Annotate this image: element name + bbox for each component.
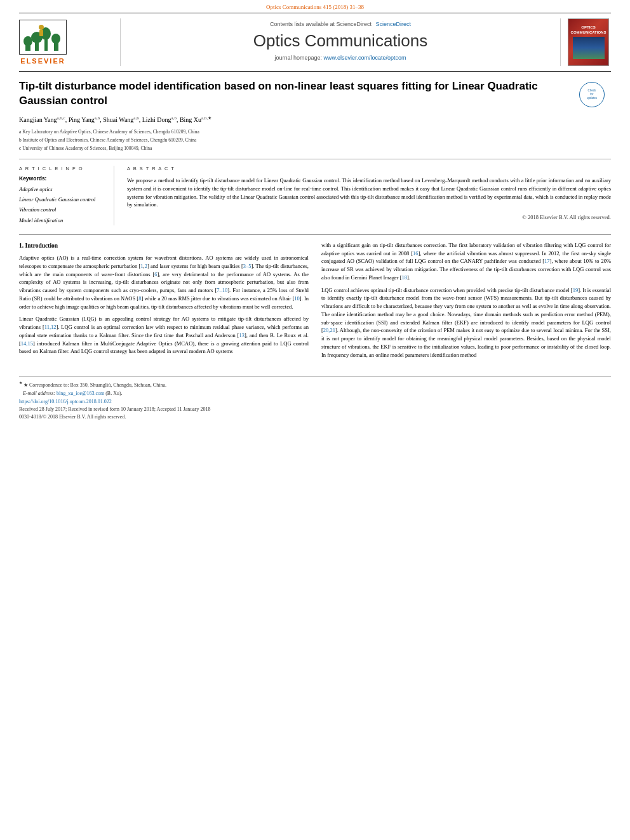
ref-13[interactable]: 13 bbox=[239, 332, 245, 338]
ref-1[interactable]: 1 bbox=[140, 263, 143, 269]
introduction-heading: 1. Introduction bbox=[19, 241, 309, 250]
email-link[interactable]: bing_xu_ioe@163.com bbox=[57, 390, 104, 396]
abstract-title: A B S T R A C T bbox=[127, 166, 611, 171]
svg-point-1 bbox=[23, 36, 32, 46]
abstract-text: We propose a method to identify tip-tilt… bbox=[127, 177, 611, 209]
check-updates-badge: Checkforupdates bbox=[579, 82, 611, 107]
cover-title-text: OPTICSCOMMUNICATIONS bbox=[571, 25, 607, 36]
journal-header: ELSEVIER Contents lists available at Sci… bbox=[19, 13, 611, 72]
body-columns: 1. Introduction Adaptive optics (AO) is … bbox=[19, 241, 611, 364]
keyword-vibration: Vibration control bbox=[19, 204, 106, 215]
ref-8[interactable]: 8 bbox=[138, 295, 141, 302]
ref-19[interactable]: 19 bbox=[573, 287, 579, 293]
intro-paragraph-1: Adaptive optics (AO) is a real-time corr… bbox=[19, 254, 309, 310]
affiliations: a Key Laboratory on Adaptive Optics, Chi… bbox=[19, 128, 611, 152]
email-label-text: E-mail address: bbox=[23, 390, 55, 396]
correspondence-line: ★ ★ Correspondence to: Box 350, Shuangli… bbox=[19, 380, 611, 388]
divider-2 bbox=[19, 234, 611, 235]
svg-rect-9 bbox=[39, 30, 43, 36]
homepage-link[interactable]: www.elsevier.com/locate/optcom bbox=[324, 55, 406, 61]
svg-point-8 bbox=[39, 25, 44, 30]
email-line: E-mail address: bing_xu_ioe@163.com (B. … bbox=[19, 390, 611, 396]
article-body: A R T I C L E I N F O Keywords: Adaptive… bbox=[19, 166, 611, 225]
affiliation-b: b Institute of Optics and Electronics, C… bbox=[19, 137, 611, 144]
homepage-line: journal homepage: www.elsevier.com/locat… bbox=[127, 55, 554, 61]
ref-20-21[interactable]: 20,21 bbox=[323, 327, 335, 333]
elsevier-tree-icon bbox=[22, 22, 64, 53]
check-updates-text: Checkforupdates bbox=[587, 89, 597, 100]
header-logo-section: ELSEVIER bbox=[19, 18, 121, 66]
ref-14-15[interactable]: 14,15 bbox=[21, 340, 33, 347]
divider-1 bbox=[19, 159, 611, 159]
ref-2[interactable]: 2 bbox=[145, 263, 147, 269]
footer: ★ ★ Correspondence to: Box 350, Shuangli… bbox=[19, 376, 611, 420]
ref-16[interactable]: 16 bbox=[413, 250, 419, 257]
svg-point-7 bbox=[51, 34, 60, 44]
issn-line: 0030-4018/© 2018 Elsevier B.V. All right… bbox=[19, 414, 611, 420]
left-column: 1. Introduction Adaptive optics (AO) is … bbox=[19, 241, 309, 364]
ref-10[interactable]: 10 bbox=[294, 295, 300, 302]
cover-image bbox=[573, 37, 605, 59]
keyword-adaptive-optics: Adaptive optics bbox=[19, 184, 106, 194]
ref-11-12[interactable]: 11,12 bbox=[44, 324, 57, 330]
ref-17[interactable]: 17 bbox=[544, 258, 550, 264]
right-column: with a significant gain on tip-tilt dist… bbox=[321, 241, 611, 364]
received-dates: Received 28 July 2017; Received in revis… bbox=[19, 406, 611, 412]
right-paragraph-2: LQG control achieves optimal tip-tilt di… bbox=[321, 286, 611, 359]
contents-available-text: Contents lists available at ScienceDirec… bbox=[127, 21, 554, 27]
affiliation-c: c University of Chinese Academy of Scien… bbox=[19, 145, 611, 152]
elsevier-logo: ELSEVIER bbox=[19, 20, 67, 65]
main-content: Tip-tilt disturbance model identificatio… bbox=[19, 72, 611, 363]
article-info-title: A R T I C L E I N F O bbox=[19, 166, 106, 171]
doi-link[interactable]: https://doi.org/10.1016/j.optcom.2018.01… bbox=[19, 399, 112, 404]
header-center: Contents lists available at ScienceDirec… bbox=[121, 18, 560, 66]
ref-6[interactable]: 6 bbox=[154, 271, 157, 277]
intro-paragraph-2: Linear Quadratic Gaussian (LQG) is an ap… bbox=[19, 315, 309, 356]
elsevier-logo-box bbox=[19, 20, 67, 55]
top-citation-bar: Optics Communications 415 (2018) 31–38 bbox=[0, 0, 630, 13]
ref-18[interactable]: 18 bbox=[402, 274, 408, 281]
page-container: Optics Communications 415 (2018) 31–38 bbox=[0, 0, 630, 840]
header-right: OPTICSCOMMUNICATIONS bbox=[560, 18, 611, 66]
keywords-label: Keywords: bbox=[19, 175, 106, 182]
journal-cover-thumbnail: OPTICSCOMMUNICATIONS bbox=[568, 18, 609, 66]
paper-title-section: Tip-tilt disturbance model identificatio… bbox=[19, 79, 611, 109]
svg-rect-4 bbox=[44, 38, 48, 51]
authors-line: Kangjian Yanga,b,c, Ping Yanga,b, Shuai … bbox=[19, 115, 611, 124]
star-symbol: ★ bbox=[19, 381, 22, 385]
elsevier-brand-text: ELSEVIER bbox=[20, 57, 65, 65]
check-updates-circle: Checkforupdates bbox=[579, 82, 605, 107]
email-suffix: (B. Xu). bbox=[105, 390, 122, 396]
journal-title: Optics Communications bbox=[127, 31, 554, 51]
ref-7-10[interactable]: 7–10 bbox=[217, 287, 227, 293]
abstract-section: A B S T R A C T We propose a method to i… bbox=[127, 166, 611, 225]
affiliation-a: a Key Laboratory on Adaptive Optics, Chi… bbox=[19, 128, 611, 136]
doi-line: https://doi.org/10.1016/j.optcom.2018.01… bbox=[19, 399, 611, 404]
keyword-model: Model identification bbox=[19, 215, 106, 225]
citation-text: Optics Communications 415 (2018) 31–38 bbox=[266, 4, 364, 10]
science-direct-link[interactable]: ScienceDirect bbox=[376, 21, 412, 27]
right-paragraph-1: with a significant gain on tip-tilt dist… bbox=[321, 241, 611, 282]
copyright-line: © 2018 Elsevier B.V. All rights reserved… bbox=[127, 214, 611, 220]
paper-title: Tip-tilt disturbance model identificatio… bbox=[19, 79, 573, 109]
keyword-lqg: Linear Quadratic Gaussian control bbox=[19, 194, 106, 204]
article-info-section: A R T I C L E I N F O Keywords: Adaptive… bbox=[19, 166, 114, 225]
ref-3-5[interactable]: 3–5 bbox=[243, 263, 251, 269]
